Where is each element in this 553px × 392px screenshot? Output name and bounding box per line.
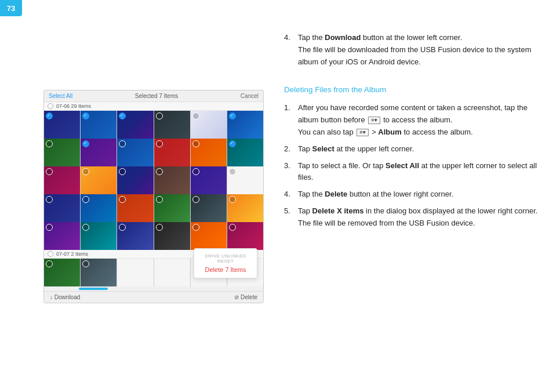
step-row-3: 3. Tap to select a file. Or tap Select A… — [284, 160, 539, 184]
left-panel: Select All Selected 7 Items Cancel 07-06… — [43, 90, 272, 303]
photo-cell-3[interactable] — [117, 111, 153, 139]
photo-cell-10[interactable] — [154, 139, 190, 166]
photo-cell-9[interactable] — [117, 139, 153, 166]
photo-cell-16[interactable] — [154, 166, 190, 194]
photo-cell-27[interactable] — [117, 222, 153, 250]
photo-cell-1[interactable] — [44, 111, 80, 139]
photo-cell-21[interactable] — [117, 194, 153, 222]
photo-cell-2[interactable] — [81, 111, 117, 139]
select-all-label[interactable]: Select All — [49, 93, 72, 99]
photo-cell-26[interactable] — [81, 222, 117, 250]
step-number-prior: 4. — [284, 32, 298, 68]
sub-text-prior: The file will be downloaded from the USB… — [298, 45, 531, 66]
photo-cell-20[interactable] — [81, 194, 117, 222]
photo-cell-29[interactable] — [191, 222, 227, 250]
section-heading: Deleting Files from the Album — [284, 85, 539, 94]
progress-area — [44, 286, 263, 291]
phone-bottombar: ↓ Download ⊘ Delete — [44, 291, 263, 303]
photo-cell-13[interactable] — [44, 166, 80, 194]
photo-cell-4[interactable] — [154, 111, 190, 139]
step-row-1: 1. After you have recorded some content … — [284, 102, 539, 138]
menu-icon — [368, 117, 380, 124]
photo-cell-6[interactable] — [227, 111, 263, 139]
photo-cell-32[interactable] — [81, 259, 117, 286]
step-content-4: Tap the Delete button at the lower right… — [298, 188, 539, 201]
step-row-2: 2. Tap Select at the upper left corner. — [284, 143, 539, 155]
photo-cell-28[interactable] — [154, 222, 190, 250]
photo-grid-4 — [44, 194, 263, 222]
dialog-box: DRIVE UNLINKED RESET Delete 7 Items — [194, 248, 257, 278]
step-row-4: 4. Tap the Delete button at the lower ri… — [284, 188, 539, 201]
photo-cell-30[interactable] — [227, 222, 263, 250]
photo-cell-12[interactable] — [227, 139, 263, 166]
photo-grid-1 — [44, 111, 263, 139]
photo-cell-22[interactable] — [154, 194, 190, 222]
step-content-3: Tap to select a file. Or tap Select All … — [298, 160, 539, 184]
step-row-prior: 4. Tap the Download button at the lower … — [284, 32, 539, 68]
photo-cell-25[interactable] — [44, 222, 80, 250]
photo-cell-17[interactable] — [191, 166, 227, 194]
dialog-delete-button[interactable]: Delete 7 Items — [201, 266, 250, 273]
step-content-prior: Tap the Download button at the lower lef… — [298, 32, 539, 68]
step-row-5: 5. Tap Delete X items in the dialog box … — [284, 205, 539, 230]
menu-icon-2 — [356, 129, 368, 136]
photo-cell-7[interactable] — [44, 139, 80, 166]
photo-cell-23[interactable] — [191, 194, 227, 222]
phone-topbar: Select All Selected 7 Items Cancel — [44, 90, 263, 102]
photo-cell-33 — [117, 259, 153, 286]
step-content-5: Tap Delete X items in the dialog box dis… — [298, 205, 539, 230]
progress-bar — [79, 288, 108, 290]
page-number: 73 — [0, 0, 22, 16]
photo-cell-11[interactable] — [191, 139, 227, 166]
group-1-radio[interactable] — [48, 103, 53, 109]
photo-grid-3 — [44, 166, 263, 194]
photo-cell-15[interactable] — [117, 166, 153, 194]
photo-cell-24[interactable] — [227, 194, 263, 222]
photo-cell-14[interactable] — [81, 166, 117, 194]
step-number-4: 4. — [284, 188, 298, 201]
photo-cell-18[interactable] — [227, 166, 263, 194]
download-button[interactable]: ↓ Download — [50, 294, 80, 300]
group-1-label: 07-06 29 Items — [44, 102, 263, 111]
group-2-radio[interactable] — [48, 251, 53, 257]
dialog-hint: DRIVE UNLINKED RESET — [201, 253, 250, 264]
cancel-label[interactable]: Cancel — [241, 93, 259, 99]
prior-section: 4. Tap the Download button at the lower … — [284, 32, 539, 68]
step-number-3: 3. — [284, 160, 298, 184]
step-content-2: Tap Select at the upper left corner. — [298, 143, 539, 155]
step-number-5: 5. — [284, 205, 298, 230]
photo-cell-8[interactable] — [81, 139, 117, 166]
selected-items-label: Selected 7 Items — [135, 93, 178, 99]
delete-button[interactable]: ⊘ Delete — [234, 294, 257, 300]
right-panel: 4. Tap the Download button at the lower … — [284, 32, 539, 234]
step-number-2: 2. — [284, 143, 298, 155]
phone-screenshot: Select All Selected 7 Items Cancel 07-06… — [43, 90, 264, 303]
photo-grid-5 — [44, 222, 263, 250]
photo-cell-34 — [154, 259, 190, 286]
photo-cell-31[interactable] — [44, 259, 80, 286]
photo-cell-5[interactable] — [191, 111, 227, 139]
step-content-1: After you have recorded some content or … — [298, 102, 539, 138]
photo-cell-19[interactable] — [44, 194, 80, 222]
photo-grid-2 — [44, 139, 263, 166]
step-number-1: 1. — [284, 102, 298, 138]
